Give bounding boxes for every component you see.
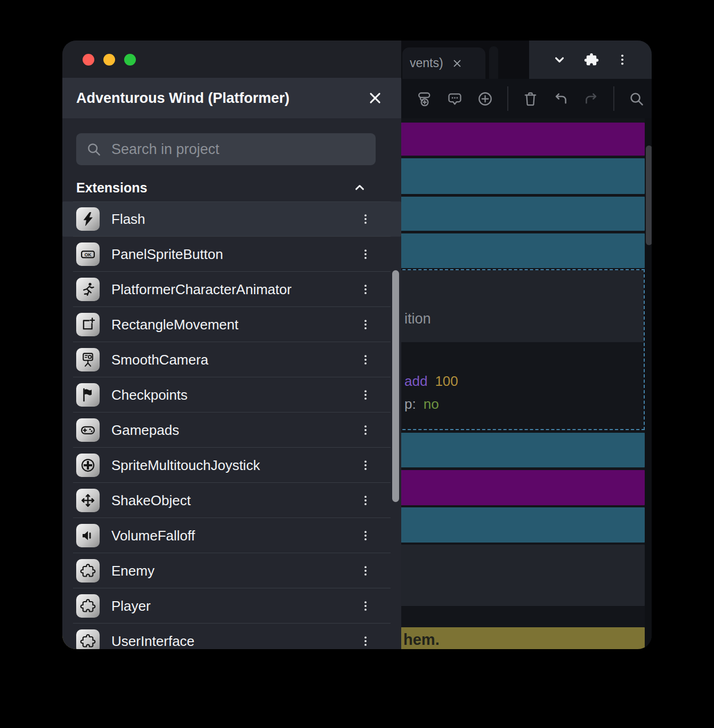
kebab-icon[interactable] xyxy=(616,53,629,66)
kebab-icon[interactable] xyxy=(360,284,371,295)
flag-icon xyxy=(76,383,100,407)
extension-list-item[interactable]: SpriteMultitouchJoystick xyxy=(62,448,401,483)
condition-text-fragment: ition xyxy=(404,311,431,327)
extension-list-item[interactable]: RectangleMovement xyxy=(62,307,401,342)
extension-item-label: VolumeFalloff xyxy=(111,528,348,544)
editor-tab-strip: vents) xyxy=(401,41,529,79)
redo-icon[interactable] xyxy=(583,91,599,107)
flash-icon xyxy=(76,207,100,231)
circle-plus-icon[interactable] xyxy=(477,91,493,107)
desktop-background: itionadd100p:nohem. vents) Adventurous W… xyxy=(0,0,714,728)
extension-item-label: Gamepads xyxy=(111,422,348,439)
extension-item-label: UserInterface xyxy=(111,633,348,650)
extension-list-item[interactable]: Player xyxy=(62,588,401,624)
ok-button-icon: OK xyxy=(76,242,100,266)
kebab-icon[interactable] xyxy=(360,459,371,471)
action-text-line: add100 xyxy=(404,373,466,390)
chevron-up-icon[interactable] xyxy=(352,180,367,195)
puzzle-icon xyxy=(76,594,100,618)
search-input[interactable] xyxy=(110,141,366,158)
trash-icon[interactable] xyxy=(522,91,539,107)
panel-scrollbar-thumb[interactable] xyxy=(392,270,399,502)
move-arrows-icon xyxy=(76,489,100,512)
events-tab-label: vents) xyxy=(410,56,443,70)
extension-list-item[interactable]: SmoothCamera xyxy=(62,342,401,377)
kebab-icon[interactable] xyxy=(360,213,371,225)
add-subevent-icon[interactable] xyxy=(416,91,433,107)
kebab-icon[interactable] xyxy=(360,248,371,260)
extension-item-label: Checkpoints xyxy=(111,387,348,403)
speaker-icon xyxy=(76,524,100,547)
puzzle-icon[interactable] xyxy=(583,52,599,68)
extension-item-label: PanelSpriteButton xyxy=(111,246,348,263)
kebab-icon[interactable] xyxy=(360,319,371,330)
extension-list-item[interactable]: Checkpoints xyxy=(62,377,401,412)
rectangle-plus-icon xyxy=(76,313,100,336)
tab-strip-edge xyxy=(489,46,498,79)
extension-item-label: PlatformerCharacterAnimator xyxy=(111,281,348,298)
action-token: add xyxy=(404,373,427,389)
action-token: p: xyxy=(404,396,416,412)
close-traffic-light[interactable] xyxy=(83,54,94,66)
extension-list-item[interactable]: Flash xyxy=(62,201,401,237)
kebab-icon[interactable] xyxy=(360,600,371,612)
kebab-icon[interactable] xyxy=(360,635,371,647)
extension-list-item[interactable]: Gamepads xyxy=(62,412,401,448)
extensions-section-label: Extensions xyxy=(76,180,147,196)
extension-item-label: Flash xyxy=(111,211,348,228)
extension-list-item[interactable]: Enemy xyxy=(62,553,401,588)
action-text-line: p:no xyxy=(404,396,447,412)
kebab-icon[interactable] xyxy=(360,424,371,436)
puzzle-icon xyxy=(76,559,100,583)
runner-icon xyxy=(76,278,100,301)
extension-list-item[interactable]: VolumeFalloff xyxy=(62,518,401,553)
macos-titlebar xyxy=(62,41,401,79)
minimize-traffic-light[interactable] xyxy=(103,54,115,66)
extension-item-label: SmoothCamera xyxy=(111,352,348,368)
kebab-icon[interactable] xyxy=(360,530,371,541)
extension-item-label: Enemy xyxy=(111,563,348,579)
extension-list-item[interactable]: UserInterface xyxy=(62,624,401,649)
undo-icon[interactable] xyxy=(553,91,569,107)
extension-list-item[interactable]: ShakeObject xyxy=(62,483,401,518)
kebab-icon[interactable] xyxy=(360,565,371,577)
action-token: no xyxy=(424,396,439,412)
extension-item-label: RectangleMovement xyxy=(111,317,348,333)
comment-icon[interactable] xyxy=(447,91,463,107)
comment-text-fragment: hem. xyxy=(403,631,440,649)
panel-body: Extensions FlashOKPanelSpriteButtonPlatf… xyxy=(62,118,401,649)
chevron-down-icon[interactable] xyxy=(552,52,567,67)
joystick-icon xyxy=(76,454,100,477)
puzzle-icon xyxy=(76,629,100,649)
camera-icon xyxy=(76,348,100,371)
extension-list-item[interactable]: PlatformerCharacterAnimator xyxy=(62,272,401,307)
extensions-section-header[interactable]: Extensions xyxy=(76,174,376,201)
panel-close-icon[interactable] xyxy=(367,90,383,106)
search-icon[interactable] xyxy=(628,91,645,107)
action-token: 100 xyxy=(435,373,458,389)
toolbar-separator xyxy=(613,86,614,111)
tab-close-icon[interactable] xyxy=(452,58,463,69)
app-window: itionadd100p:nohem. vents) Adventurous W… xyxy=(62,41,652,649)
panel-header: Adventurous Wind (Platformer) xyxy=(62,78,401,118)
extension-item-label: Player xyxy=(111,598,348,614)
search-box[interactable] xyxy=(76,133,376,165)
toolbar-separator xyxy=(507,86,508,111)
events-toolbar xyxy=(401,79,652,118)
zoom-traffic-light[interactable] xyxy=(124,54,136,66)
extension-item-label: SpriteMultitouchJoystick xyxy=(111,457,348,474)
events-tab[interactable]: vents) xyxy=(402,47,485,79)
svg-text:OK: OK xyxy=(84,252,92,257)
extension-item-label: ShakeObject xyxy=(111,492,348,509)
extensions-list: FlashOKPanelSpriteButtonPlatformerCharac… xyxy=(62,201,401,649)
kebab-icon[interactable] xyxy=(360,495,371,506)
gamepad-icon xyxy=(76,418,100,442)
project-manager-panel: Adventurous Wind (Platformer) Extensions… xyxy=(62,78,401,649)
events-scrollbar-thumb[interactable] xyxy=(646,145,652,245)
kebab-icon[interactable] xyxy=(360,389,371,401)
kebab-icon[interactable] xyxy=(360,354,371,366)
extension-list-item[interactable]: OKPanelSpriteButton xyxy=(62,237,401,272)
search-icon xyxy=(86,141,102,157)
project-title: Adventurous Wind (Platformer) xyxy=(76,90,289,107)
browser-controls xyxy=(529,41,652,79)
